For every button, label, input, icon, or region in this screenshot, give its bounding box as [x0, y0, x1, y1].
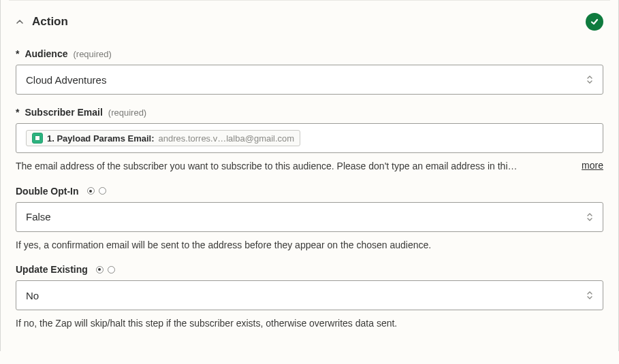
audience-select[interactable]: Cloud Adventures — [16, 65, 603, 95]
field-label: Audience — [25, 48, 67, 59]
audience-value: Cloud Adventures — [26, 74, 106, 86]
field-type-radios — [87, 187, 106, 195]
field-type-radios — [96, 266, 115, 274]
field-update-existing: Update Existing No If no, the Zap will s… — [16, 264, 603, 331]
updown-icon — [586, 212, 593, 222]
field-label: Update Existing — [16, 264, 88, 275]
radio-option-b[interactable] — [108, 266, 115, 274]
update-existing-value: No — [26, 290, 39, 301]
field-double-opt-in: Double Opt-In False If yes, a confirmati… — [16, 186, 603, 252]
field-label-row: Update Existing — [16, 264, 603, 275]
radio-option-b[interactable] — [99, 187, 106, 195]
field-audience: * Audience (required) Cloud Adventures — [16, 48, 603, 95]
required-text: (required) — [73, 49, 111, 59]
updown-icon — [586, 75, 593, 84]
required-star: * — [16, 48, 19, 59]
more-link[interactable]: more — [582, 160, 603, 171]
subscriber-email-input[interactable]: 1. Payload Params Email: andres.torres.v… — [16, 123, 603, 153]
mapped-field-pill[interactable]: 1. Payload Params Email: andres.torres.v… — [26, 130, 300, 146]
pill-value: andres.torres.v…lalba@gmail.com — [159, 133, 295, 144]
field-help-text: The email address of the subscriber you … — [16, 160, 518, 173]
step-complete-icon — [586, 13, 603, 31]
required-text: (required) — [108, 107, 146, 118]
field-label-row: Double Opt-In — [16, 186, 603, 197]
panel-title: Action — [32, 15, 68, 29]
radio-option-a[interactable] — [87, 187, 95, 195]
panel-header[interactable]: Action — [16, 13, 603, 31]
source-app-icon — [32, 133, 43, 144]
double-opt-in-value: False — [26, 211, 51, 222]
updown-icon — [586, 291, 593, 300]
field-label-row: * Audience (required) — [16, 48, 603, 59]
chevron-up-icon[interactable] — [16, 17, 25, 27]
field-label: Double Opt-In — [16, 186, 79, 197]
field-help-text: If yes, a confirmation email will be sen… — [16, 239, 603, 252]
update-existing-select[interactable]: No — [16, 280, 603, 310]
field-subscriber-email: * Subscriber Email (required) 1. Payload… — [16, 107, 603, 173]
double-opt-in-select[interactable]: False — [16, 202, 603, 232]
radio-option-a[interactable] — [96, 266, 104, 274]
field-help-text: If no, the Zap will skip/halt this step … — [16, 317, 603, 331]
required-star: * — [16, 107, 19, 118]
field-label-row: * Subscriber Email (required) — [16, 107, 603, 118]
pill-label: 1. Payload Params Email: — [47, 133, 155, 144]
field-label: Subscriber Email — [25, 107, 102, 118]
action-panel: Action * Audience (required) Cloud Adven… — [1, 1, 618, 351]
